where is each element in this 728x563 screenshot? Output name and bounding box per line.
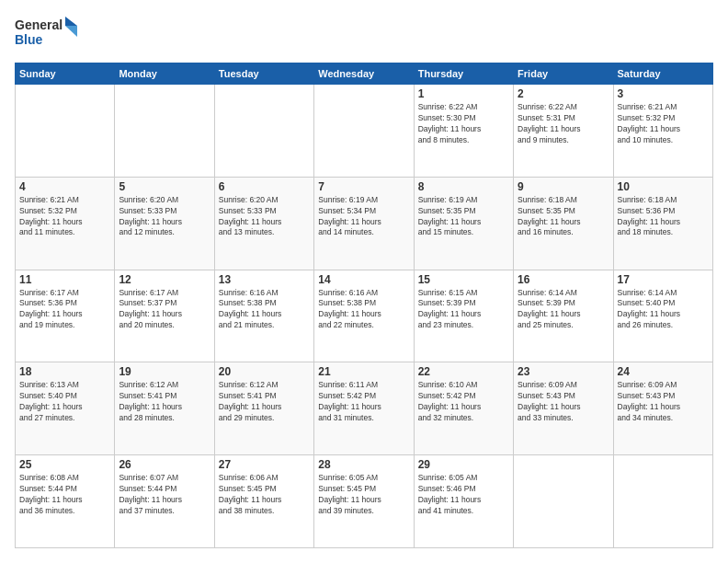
page: General Blue SundayMondayTuesdayWednesda… (0, 0, 728, 563)
day-info: Sunrise: 6:19 AM Sunset: 5:35 PM Dayligh… (418, 195, 509, 239)
calendar-cell: 28Sunrise: 6:05 AM Sunset: 5:45 PM Dayli… (314, 455, 414, 548)
day-number: 20 (219, 365, 310, 378)
calendar-cell: 23Sunrise: 6:09 AM Sunset: 5:43 PM Dayli… (514, 362, 613, 455)
calendar-cell (115, 85, 214, 178)
day-number: 27 (219, 458, 310, 471)
day-number: 24 (618, 365, 709, 378)
calendar-cell: 27Sunrise: 6:06 AM Sunset: 5:45 PM Dayli… (214, 455, 313, 548)
day-info: Sunrise: 6:05 AM Sunset: 5:45 PM Dayligh… (318, 473, 409, 517)
day-number: 29 (418, 458, 509, 471)
svg-marker-3 (65, 26, 77, 37)
day-number: 6 (219, 180, 310, 193)
calendar-cell (314, 85, 414, 178)
day-info: Sunrise: 6:18 AM Sunset: 5:35 PM Dayligh… (518, 195, 609, 239)
calendar-cell: 22Sunrise: 6:10 AM Sunset: 5:42 PM Dayli… (414, 362, 513, 455)
day-info: Sunrise: 6:20 AM Sunset: 5:33 PM Dayligh… (119, 195, 210, 239)
calendar-cell: 6Sunrise: 6:20 AM Sunset: 5:33 PM Daylig… (214, 177, 313, 270)
calendar-cell: 8Sunrise: 6:19 AM Sunset: 5:35 PM Daylig… (414, 177, 513, 270)
calendar-cell: 5Sunrise: 6:20 AM Sunset: 5:33 PM Daylig… (115, 177, 214, 270)
day-number: 14 (318, 273, 409, 286)
day-info: Sunrise: 6:08 AM Sunset: 5:44 PM Dayligh… (19, 473, 110, 517)
calendar-week-1: 1Sunrise: 6:22 AM Sunset: 5:30 PM Daylig… (16, 85, 713, 178)
calendar-table: SundayMondayTuesdayWednesdayThursdayFrid… (15, 63, 713, 548)
weekday-header-row: SundayMondayTuesdayWednesdayThursdayFrid… (16, 63, 713, 85)
calendar-cell: 2Sunrise: 6:22 AM Sunset: 5:31 PM Daylig… (514, 85, 613, 178)
day-info: Sunrise: 6:15 AM Sunset: 5:39 PM Dayligh… (418, 288, 509, 332)
day-number: 17 (618, 273, 709, 286)
day-info: Sunrise: 6:22 AM Sunset: 5:31 PM Dayligh… (518, 102, 609, 146)
day-info: Sunrise: 6:16 AM Sunset: 5:38 PM Dayligh… (318, 288, 409, 332)
day-info: Sunrise: 6:21 AM Sunset: 5:32 PM Dayligh… (618, 102, 709, 146)
day-info: Sunrise: 6:13 AM Sunset: 5:40 PM Dayligh… (19, 380, 110, 424)
day-number: 10 (618, 180, 709, 193)
day-number: 11 (19, 273, 110, 286)
calendar-cell (214, 85, 313, 178)
day-info: Sunrise: 6:12 AM Sunset: 5:41 PM Dayligh… (219, 380, 310, 424)
calendar-cell: 17Sunrise: 6:14 AM Sunset: 5:40 PM Dayli… (613, 270, 712, 362)
calendar-cell: 11Sunrise: 6:17 AM Sunset: 5:36 PM Dayli… (16, 270, 115, 362)
weekday-header-monday: Monday (115, 63, 214, 85)
weekday-header-thursday: Thursday (414, 63, 513, 85)
day-info: Sunrise: 6:09 AM Sunset: 5:43 PM Dayligh… (518, 380, 609, 424)
day-number: 22 (418, 365, 509, 378)
day-info: Sunrise: 6:19 AM Sunset: 5:34 PM Dayligh… (318, 195, 409, 239)
calendar-cell: 15Sunrise: 6:15 AM Sunset: 5:39 PM Dayli… (414, 270, 513, 362)
calendar-cell: 25Sunrise: 6:08 AM Sunset: 5:44 PM Dayli… (16, 455, 115, 548)
day-info: Sunrise: 6:06 AM Sunset: 5:45 PM Dayligh… (219, 473, 310, 517)
day-info: Sunrise: 6:14 AM Sunset: 5:40 PM Dayligh… (618, 288, 709, 332)
day-info: Sunrise: 6:09 AM Sunset: 5:43 PM Dayligh… (618, 380, 709, 424)
day-number: 2 (518, 87, 609, 100)
weekday-header-wednesday: Wednesday (314, 63, 414, 85)
day-number: 21 (318, 365, 409, 378)
day-info: Sunrise: 6:05 AM Sunset: 5:46 PM Dayligh… (418, 473, 509, 517)
calendar-cell: 18Sunrise: 6:13 AM Sunset: 5:40 PM Dayli… (16, 362, 115, 455)
day-number: 26 (119, 458, 210, 471)
day-number: 23 (518, 365, 609, 378)
day-info: Sunrise: 6:07 AM Sunset: 5:44 PM Dayligh… (119, 473, 210, 517)
day-number: 9 (518, 180, 609, 193)
day-number: 13 (219, 273, 310, 286)
day-number: 16 (518, 273, 609, 286)
calendar-cell (16, 85, 115, 178)
calendar-cell: 24Sunrise: 6:09 AM Sunset: 5:43 PM Dayli… (613, 362, 712, 455)
calendar-cell: 20Sunrise: 6:12 AM Sunset: 5:41 PM Dayli… (214, 362, 313, 455)
day-number: 8 (418, 180, 509, 193)
day-number: 3 (618, 87, 709, 100)
header: General Blue (15, 15, 713, 53)
day-info: Sunrise: 6:10 AM Sunset: 5:42 PM Dayligh… (418, 380, 509, 424)
day-info: Sunrise: 6:12 AM Sunset: 5:41 PM Dayligh… (119, 380, 210, 424)
calendar-week-3: 11Sunrise: 6:17 AM Sunset: 5:36 PM Dayli… (16, 270, 713, 362)
weekday-header-sunday: Sunday (16, 63, 115, 85)
calendar-cell: 1Sunrise: 6:22 AM Sunset: 5:30 PM Daylig… (414, 85, 513, 178)
svg-text:General: General (15, 17, 63, 32)
calendar-cell: 9Sunrise: 6:18 AM Sunset: 5:35 PM Daylig… (514, 177, 613, 270)
calendar-week-2: 4Sunrise: 6:21 AM Sunset: 5:32 PM Daylig… (16, 177, 713, 270)
logo-svg: General Blue (15, 15, 79, 53)
calendar-cell: 16Sunrise: 6:14 AM Sunset: 5:39 PM Dayli… (514, 270, 613, 362)
calendar-cell: 21Sunrise: 6:11 AM Sunset: 5:42 PM Dayli… (314, 362, 414, 455)
day-number: 7 (318, 180, 409, 193)
day-number: 15 (418, 273, 509, 286)
calendar-cell: 3Sunrise: 6:21 AM Sunset: 5:32 PM Daylig… (613, 85, 712, 178)
day-number: 18 (19, 365, 110, 378)
svg-marker-2 (65, 17, 77, 26)
day-info: Sunrise: 6:21 AM Sunset: 5:32 PM Dayligh… (19, 195, 110, 239)
day-info: Sunrise: 6:17 AM Sunset: 5:37 PM Dayligh… (119, 288, 210, 332)
calendar-cell (613, 455, 712, 548)
day-info: Sunrise: 6:17 AM Sunset: 5:36 PM Dayligh… (19, 288, 110, 332)
calendar-cell: 13Sunrise: 6:16 AM Sunset: 5:38 PM Dayli… (214, 270, 313, 362)
calendar-cell: 29Sunrise: 6:05 AM Sunset: 5:46 PM Dayli… (414, 455, 513, 548)
calendar-cell (514, 455, 613, 548)
day-info: Sunrise: 6:16 AM Sunset: 5:38 PM Dayligh… (219, 288, 310, 332)
calendar-week-5: 25Sunrise: 6:08 AM Sunset: 5:44 PM Dayli… (16, 455, 713, 548)
day-info: Sunrise: 6:22 AM Sunset: 5:30 PM Dayligh… (418, 102, 509, 146)
weekday-header-friday: Friday (514, 63, 613, 85)
weekday-header-saturday: Saturday (613, 63, 712, 85)
day-number: 19 (119, 365, 210, 378)
day-number: 12 (119, 273, 210, 286)
day-info: Sunrise: 6:20 AM Sunset: 5:33 PM Dayligh… (219, 195, 310, 239)
day-info: Sunrise: 6:14 AM Sunset: 5:39 PM Dayligh… (518, 288, 609, 332)
calendar-cell: 19Sunrise: 6:12 AM Sunset: 5:41 PM Dayli… (115, 362, 214, 455)
svg-text:Blue: Blue (15, 32, 43, 47)
weekday-header-tuesday: Tuesday (214, 63, 313, 85)
